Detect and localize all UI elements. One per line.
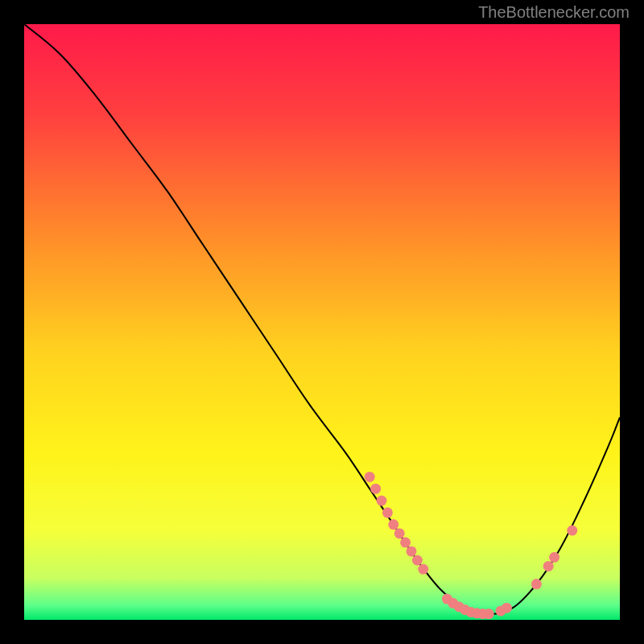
data-marker [400, 537, 411, 547]
data-marker [388, 519, 398, 530]
data-marker [365, 472, 375, 482]
watermark-text: TheBottlenecker.com [478, 3, 630, 22]
curve-layer [24, 24, 620, 620]
data-marker [531, 579, 542, 589]
data-marker [549, 552, 559, 563]
bottleneck-curve [24, 24, 620, 614]
data-marker [484, 609, 494, 619]
plot-area [24, 24, 620, 620]
curve-markers [365, 472, 578, 619]
data-marker [407, 546, 417, 556]
data-marker [567, 526, 577, 536]
data-marker [418, 564, 428, 575]
data-marker [377, 496, 387, 506]
data-marker [382, 507, 393, 518]
data-marker [370, 484, 381, 494]
data-marker [394, 528, 405, 539]
data-marker [543, 561, 554, 572]
data-marker [502, 603, 512, 613]
data-marker [412, 555, 423, 566]
